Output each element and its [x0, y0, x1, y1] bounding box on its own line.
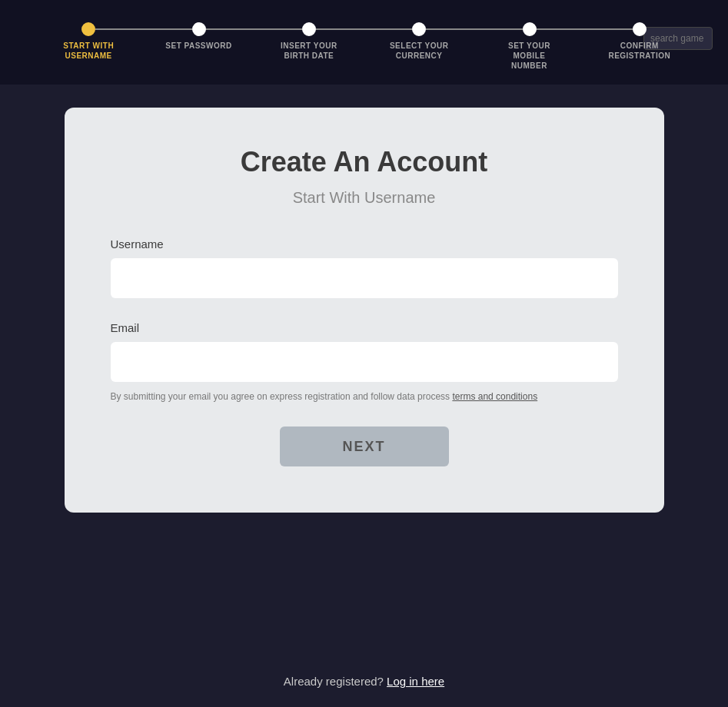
step-dot-6: [633, 22, 647, 36]
step-line-right: [426, 28, 474, 30]
step-line-right: [537, 28, 585, 30]
step-line-left: [144, 28, 192, 30]
step-label-5: SET YOUR MOBILENUMBER: [494, 41, 563, 71]
login-link[interactable]: Log in here: [387, 675, 444, 688]
step-line-left: [584, 28, 633, 30]
step-label-4: SELECT YOURCURRENCY: [390, 41, 448, 61]
step-dot-3: [302, 22, 316, 36]
step-line-left: [474, 28, 523, 30]
email-input[interactable]: [111, 342, 618, 382]
step-currency[interactable]: SELECT YOURCURRENCY: [364, 22, 474, 61]
step-mobile[interactable]: SET YOUR MOBILENUMBER: [474, 22, 584, 71]
step-dot-1: [81, 22, 95, 36]
email-group: Email By submitting your email you agree…: [111, 321, 618, 403]
step-line-left: [254, 28, 302, 30]
username-input[interactable]: [111, 258, 618, 298]
next-button[interactable]: NEXT: [280, 427, 449, 466]
step-confirm[interactable]: CONFIRMREGISTRATION: [584, 22, 694, 61]
modal-subtitle: Start With Username: [111, 189, 618, 207]
username-group: Username: [111, 237, 618, 298]
step-line-right: [206, 28, 254, 30]
top-bar: START WITHUSERNAME SET PASSWORD INSERT Y…: [0, 0, 728, 85]
step-label-3: INSERT YOURBIRTH DATE: [281, 41, 337, 61]
step-line-right: [316, 28, 364, 30]
username-label: Username: [111, 237, 618, 251]
step-dot-4: [412, 22, 426, 36]
step-set-password[interactable]: SET PASSWORD: [144, 22, 254, 51]
step-label-1: START WITHUSERNAME: [63, 41, 114, 61]
terms-link[interactable]: terms and conditions: [452, 391, 537, 402]
modal-card: Create An Account Start With Username Us…: [65, 108, 664, 513]
step-dot-5: [523, 22, 537, 36]
step-label-2: SET PASSWORD: [165, 41, 231, 51]
step-line-left: [364, 28, 413, 30]
step-line-right: [95, 28, 144, 30]
step-label-6: CONFIRMREGISTRATION: [608, 41, 670, 61]
step-dot-2: [192, 22, 206, 36]
step-start-username[interactable]: START WITHUSERNAME: [34, 22, 144, 61]
step-birth-date[interactable]: INSERT YOURBIRTH DATE: [254, 22, 364, 61]
helper-text: By submitting your email you agree on ex…: [111, 390, 618, 403]
footer-text: Already registered? Log in here: [284, 675, 444, 688]
email-label: Email: [111, 321, 618, 334]
stepper: START WITHUSERNAME SET PASSWORD INSERT Y…: [34, 15, 695, 71]
modal-title: Create An Account: [111, 146, 618, 178]
